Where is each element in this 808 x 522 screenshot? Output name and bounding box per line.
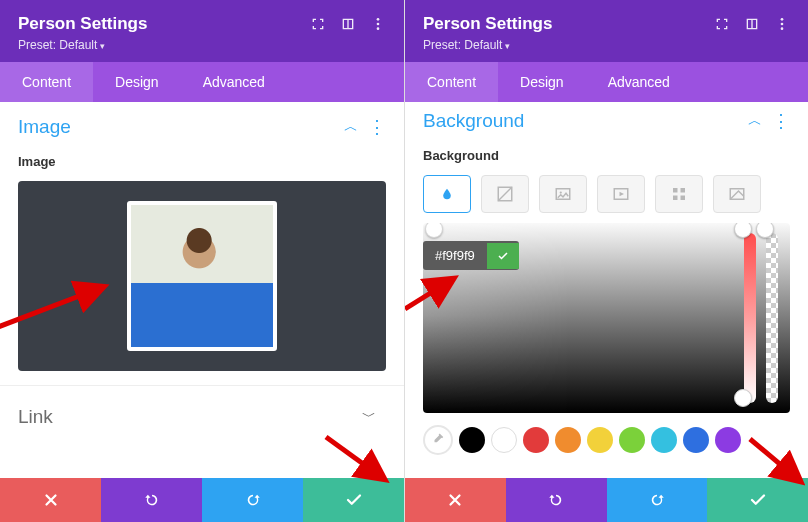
undo-button[interactable] [506,478,607,522]
close-button[interactable] [405,478,506,522]
swatch[interactable] [587,427,613,453]
panel-header: Person Settings Preset: Default [0,0,404,62]
section-image-title: Image [18,116,344,138]
uploaded-image-thumbnail [127,201,277,351]
panel-title: Person Settings [423,14,714,34]
content-area: Background ︿ ⋮ Background #f9f9f9 [405,102,808,478]
confirm-button[interactable] [707,478,808,522]
columns-icon[interactable] [744,16,760,35]
picker-handle[interactable] [425,223,443,238]
svg-point-6 [781,23,784,26]
redo-button[interactable] [202,478,303,522]
bg-tab-pattern[interactable] [655,175,703,213]
swatch[interactable] [523,427,549,453]
section-more-icon[interactable]: ⋮ [368,118,386,136]
svg-rect-12 [681,188,686,193]
section-more-icon[interactable]: ⋮ [772,112,790,130]
alpha-slider[interactable] [766,233,778,403]
hue-handle-bottom[interactable] [734,389,752,407]
section-background-head[interactable]: Background ︿ ⋮ [405,102,808,142]
swatch[interactable] [459,427,485,453]
tabs: Content Design Advanced [405,62,808,102]
swatch[interactable] [651,427,677,453]
tab-content[interactable]: Content [0,62,93,102]
panel-header: Person Settings Preset: Default [405,0,808,62]
action-bar [405,478,808,522]
columns-icon[interactable] [340,16,356,35]
undo-button[interactable] [101,478,202,522]
swatch[interactable] [683,427,709,453]
hue-slider[interactable] [744,233,756,403]
bg-tab-mask[interactable] [713,175,761,213]
bg-tab-image[interactable] [539,175,587,213]
bg-tab-gradient[interactable] [481,175,529,213]
svg-point-9 [560,191,562,193]
swatch[interactable] [715,427,741,453]
section-link-head[interactable]: Link ﹀ [0,392,404,438]
panel-right: Person Settings Preset: Default Content … [404,0,808,522]
panel-left: Person Settings Preset: Default Content … [0,0,404,522]
close-button[interactable] [0,478,101,522]
swatch[interactable] [555,427,581,453]
background-field-label: Background [405,142,808,169]
hex-input-pill: #f9f9f9 [423,241,519,270]
svg-rect-14 [681,196,686,201]
tab-design[interactable]: Design [498,62,586,102]
preset-dropdown[interactable]: Preset: Default [18,38,310,52]
section-background-title: Background [423,110,748,132]
divider [0,385,404,386]
swatch[interactable] [619,427,645,453]
section-image-head[interactable]: Image ︿ ⋮ [0,102,404,148]
svg-point-0 [377,18,380,21]
redo-button[interactable] [607,478,708,522]
hue-handle[interactable] [734,223,752,238]
svg-rect-11 [673,188,678,193]
image-field-label: Image [0,148,404,175]
alpha-handle[interactable] [756,223,774,238]
hex-value[interactable]: #f9f9f9 [423,241,487,270]
expand-icon[interactable] [310,16,326,35]
content-area: Image ︿ ⋮ Image Link ﹀ [0,102,404,478]
chevron-down-icon: ﹀ [362,408,376,426]
confirm-button[interactable] [303,478,404,522]
chevron-up-icon: ︿ [344,118,358,136]
swatch-row [405,421,808,455]
svg-point-7 [781,27,784,30]
bg-tab-video[interactable] [597,175,645,213]
expand-icon[interactable] [714,16,730,35]
background-type-tabs [405,169,808,223]
tab-design[interactable]: Design [93,62,181,102]
panel-title: Person Settings [18,14,310,34]
section-link-title: Link [18,406,362,428]
svg-rect-13 [673,196,678,201]
bg-tab-color[interactable] [423,175,471,213]
tabs: Content Design Advanced [0,62,404,102]
action-bar [0,478,404,522]
svg-point-5 [781,18,784,21]
more-icon[interactable] [774,16,790,35]
tab-advanced[interactable]: Advanced [181,62,287,102]
svg-point-1 [377,23,380,26]
swatch[interactable] [491,427,517,453]
image-upload-well[interactable] [18,181,386,371]
eyedropper-button[interactable] [423,425,453,455]
chevron-up-icon: ︿ [748,112,762,130]
hex-confirm-button[interactable] [487,243,519,269]
tab-advanced[interactable]: Advanced [586,62,692,102]
preset-dropdown[interactable]: Preset: Default [423,38,714,52]
svg-point-2 [377,27,380,30]
tab-content[interactable]: Content [405,62,498,102]
more-icon[interactable] [370,16,386,35]
